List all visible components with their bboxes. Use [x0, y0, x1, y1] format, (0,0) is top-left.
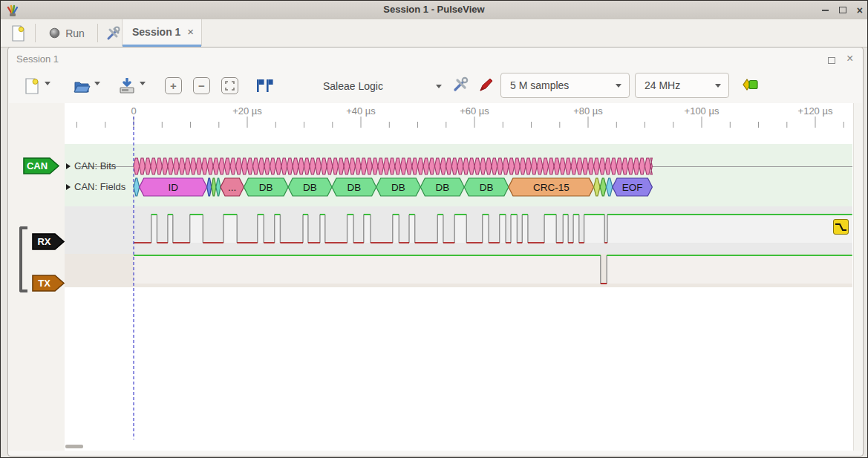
zoom-in-icon: + [170, 79, 177, 92]
expander-icon[interactable] [66, 163, 71, 169]
add-decoder-button[interactable] [742, 78, 760, 91]
svg-text:DB: DB [480, 182, 494, 193]
probe-button[interactable] [477, 75, 496, 94]
configure-channels-button[interactable] [451, 75, 470, 94]
zoom-fit-icon [225, 81, 235, 91]
run-state-icon [49, 27, 60, 39]
minimize-icon[interactable] [822, 10, 829, 11]
document-new-icon [25, 77, 39, 94]
horizontal-scrollbar-handle[interactable] [65, 445, 83, 448]
can-bits-annotations[interactable] [134, 158, 652, 174]
zoom-out-button[interactable]: − [193, 77, 210, 94]
run-label: Run [65, 27, 85, 39]
sample-rate-value: 24 MHz [636, 79, 715, 91]
toolbar-separator [97, 24, 98, 42]
chevron-down-icon [94, 82, 100, 85]
save-button[interactable] [117, 76, 137, 96]
sample-count-select[interactable]: 5 M samples [500, 73, 630, 98]
titlebar: Session 1 - PulseView × [1, 1, 867, 20]
window-title: Session 1 - PulseView [1, 4, 867, 15]
subwindow-maximize-icon[interactable] [828, 57, 835, 64]
toolbar-separator [35, 24, 36, 42]
tab-label: Session 1 [132, 26, 180, 38]
decoder-row-label: CAN: Fields [74, 181, 125, 192]
svg-text:DB: DB [347, 182, 361, 193]
ruler-label: 0 [131, 105, 136, 117]
decoder-row-bits[interactable]: CAN: Bits [66, 160, 116, 171]
trigger-flags-icon [254, 79, 273, 93]
svg-text:ID: ID [168, 182, 178, 193]
decoder-tag-can[interactable]: CAN [23, 157, 60, 178]
channel-group-bracket[interactable] [19, 226, 27, 292]
device-value: Saleae Logic [317, 80, 436, 92]
vertical-scrollbar-track[interactable] [853, 103, 862, 451]
svg-text:EOF: EOF [622, 182, 643, 193]
svg-text:DB: DB [303, 182, 317, 193]
main-toolbar: Run Session 1 × [1, 19, 867, 48]
show-cursors-button[interactable] [253, 76, 274, 95]
zoom-out-icon: − [198, 79, 205, 92]
chevron-down-icon [715, 84, 721, 88]
svg-text:TX: TX [38, 278, 50, 289]
tab-close-icon[interactable]: × [187, 25, 194, 38]
ruler-label: +80 µs [573, 105, 603, 117]
tx-waveform[interactable] [134, 255, 852, 284]
new-session-dropdown[interactable] [45, 82, 50, 85]
chevron-down-icon [45, 82, 50, 85]
open-button[interactable] [71, 76, 92, 96]
zoom-fit-button[interactable] [221, 77, 238, 94]
subwindow-close-icon[interactable]: × [846, 53, 853, 65]
svg-text:...: ... [228, 182, 236, 193]
svg-text:CAN: CAN [27, 160, 48, 171]
trigger-marker[interactable] [833, 219, 849, 235]
svg-text:CRC-15: CRC-15 [533, 182, 570, 193]
chevron-down-icon [616, 84, 621, 88]
chevron-down-icon [436, 85, 442, 88]
decoder-icon [742, 78, 760, 91]
channel-tag-rx[interactable]: RX [32, 232, 65, 254]
folder-open-icon [73, 79, 91, 94]
trace-view[interactable]: ID...DBDBDBDBDBDBCRC-15EOF 0+20 µs+40 µs… [9, 103, 862, 451]
ruler-label: +120 µs [798, 105, 833, 117]
falling-edge-trigger-icon [835, 222, 847, 232]
maximize-icon[interactable] [839, 7, 846, 13]
svg-text:DB: DB [391, 182, 405, 193]
trace-canvas[interactable]: ID...DBDBDBDBDBDBCRC-15EOF [9, 103, 862, 451]
svg-text:RX: RX [37, 236, 50, 247]
decoder-band [65, 144, 852, 206]
expander-icon[interactable] [66, 184, 71, 190]
ruler-label: +100 µs [685, 105, 719, 117]
probe-icon [478, 76, 495, 93]
new-session-button[interactable] [22, 76, 42, 96]
document-new-icon [11, 25, 25, 42]
close-icon[interactable]: × [857, 5, 863, 16]
sample-count-value: 5 M samples [501, 79, 616, 91]
ruler-ticks [77, 117, 844, 128]
chevron-down-icon [140, 82, 146, 85]
open-dropdown[interactable] [94, 82, 100, 85]
wrench-screwdriver-icon [452, 76, 469, 93]
subwindow-title: Session 1 [16, 53, 59, 65]
save-icon [118, 78, 136, 94]
svg-text:DB: DB [435, 182, 449, 193]
tab-session-1[interactable]: Session 1 × [122, 19, 202, 46]
ruler-label: +40 µs [346, 105, 376, 117]
channel-tag-tx[interactable]: TX [32, 274, 65, 295]
sample-rate-select[interactable]: 24 MHz [635, 73, 729, 98]
session-toolbar: + − [8, 70, 863, 102]
device-select[interactable]: Saleae Logic [317, 73, 445, 99]
zoom-in-button[interactable]: + [165, 77, 182, 94]
settings-button[interactable] [103, 24, 123, 42]
decoder-row-label: CAN: Bits [74, 160, 116, 171]
ruler-label: +60 µs [460, 105, 489, 117]
ruler-label: +20 µs [232, 105, 262, 117]
decoder-row-fields[interactable]: CAN: Fields [66, 181, 125, 192]
pulseview-window: Session 1 - PulseView × Run [0, 0, 868, 458]
run-button[interactable]: Run [42, 23, 91, 43]
wrench-screwdriver-icon [105, 26, 120, 41]
session-subwindow: Session 1 × [7, 47, 864, 457]
save-dropdown[interactable] [140, 82, 146, 85]
new-view-button[interactable] [7, 23, 28, 43]
svg-text:DB: DB [259, 182, 273, 193]
